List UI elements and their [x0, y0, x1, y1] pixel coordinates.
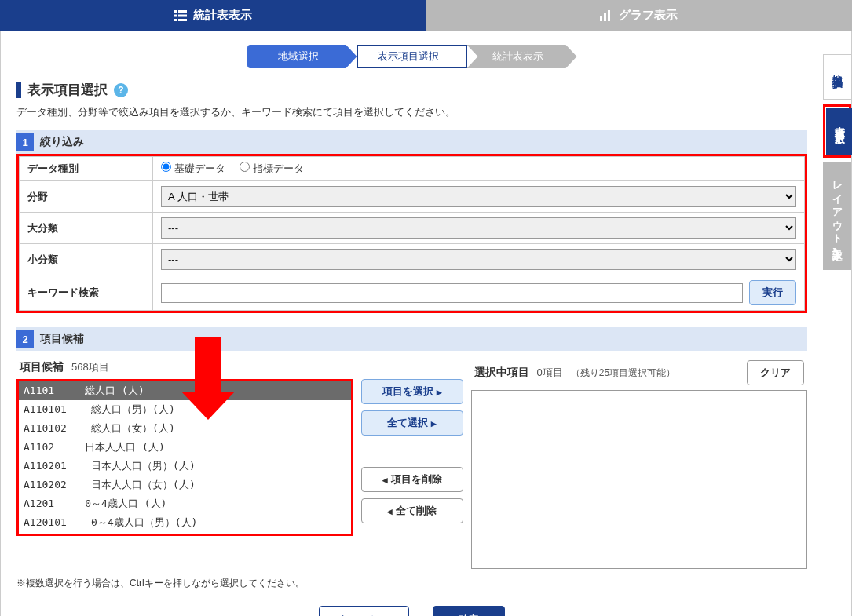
step-region[interactable]: 地域選択 — [247, 45, 357, 68]
select-item-button[interactable]: 項目を選択▸ — [361, 379, 463, 404]
minor-label: 小分類 — [20, 244, 153, 275]
filter-header-label: 絞り込み — [40, 135, 84, 149]
section-title: 表示項目選択 ? — [16, 81, 807, 99]
chevron-right-icon: ▸ — [437, 386, 442, 398]
svg-rect-8 — [608, 10, 610, 21]
svg-rect-3 — [178, 14, 187, 16]
tab-stat-table-label: 統計表表示 — [193, 8, 252, 23]
chevron-left-icon: ◂ — [387, 505, 393, 517]
list-item[interactable]: A1102 日本人人口 (人) — [19, 438, 351, 457]
filter-header-num: 1 — [16, 133, 34, 151]
top-tabs: 統計表表示 グラフ表示 — [0, 0, 852, 31]
remove-all-button[interactable]: ◂全て削除 — [361, 498, 463, 523]
svg-rect-5 — [178, 19, 187, 21]
annotation-arrow-icon — [181, 337, 235, 420]
keyword-label: キーワード検索 — [20, 275, 153, 311]
side-panel-region[interactable]: 地域選択 ❯ — [823, 54, 851, 100]
field-select[interactable]: A 人口・世帯 — [161, 186, 796, 207]
selected-header: 選択中項目 0項目 （残り25項目選択可能） クリア — [471, 355, 808, 390]
cancel-button[interactable]: キャンセル — [319, 606, 409, 616]
field-label: 分野 — [20, 181, 153, 213]
confirm-button[interactable]: 確定 — [433, 606, 505, 616]
instruction-text: データ種別、分野等で絞込み項目を選択するか、キーワード検索にて項目を選択してくだ… — [16, 105, 807, 119]
help-icon[interactable]: ? — [114, 83, 128, 97]
chevron-right-icon: ❯ — [832, 75, 843, 88]
svg-rect-2 — [174, 14, 177, 16]
list-item[interactable]: A120101 0～4歳人口（男）(人) — [19, 513, 351, 532]
page-title: 表示項目選択 — [27, 81, 108, 99]
candidates-header-num: 2 — [16, 330, 34, 348]
tab-stat-table[interactable]: 統計表表示 — [0, 0, 426, 31]
radio-indicator[interactable]: 指標データ — [240, 162, 304, 174]
minor-select[interactable]: --- — [161, 249, 796, 270]
candidates-left-title: 項目候補 — [20, 360, 64, 374]
selected-remain: （残り25項目選択可能） — [571, 366, 675, 380]
side-panels: 地域選択 ❯ 表示項目選択 ❮ レイアウト設定 ❯ — [823, 31, 851, 616]
chevron-left-icon: ◂ — [382, 474, 388, 486]
filter-header: 1 絞り込み — [16, 130, 807, 154]
major-label: 大分類 — [20, 213, 153, 244]
keyword-search-button[interactable]: 実行 — [749, 280, 796, 305]
side-panel-item-highlight: 表示項目選択 ❮ — [823, 104, 851, 158]
step-item[interactable]: 表示項目選択 — [357, 45, 467, 68]
list-item[interactable]: A110202 日本人人口（女）(人) — [19, 476, 351, 494]
candidates-header: 2 項目候補 — [16, 327, 807, 351]
list-item[interactable]: A110201 日本人人口（男）(人) — [19, 457, 351, 476]
list-item[interactable]: A110102 総人口（女）(人) — [19, 419, 351, 438]
title-bar-icon — [16, 82, 21, 98]
clear-button[interactable]: クリア — [747, 360, 804, 385]
major-select[interactable]: --- — [161, 217, 796, 239]
chevron-right-icon: ❯ — [832, 246, 843, 259]
selected-count: 0項目 — [537, 366, 563, 380]
remove-item-button[interactable]: ◂項目を削除 — [361, 467, 463, 492]
list-item[interactable]: A120102 0～4歳人口（女）(人) — [19, 532, 351, 536]
side-panel-item[interactable]: 表示項目選択 ❮ — [826, 108, 852, 155]
svg-rect-7 — [604, 13, 606, 21]
step-table: 統計表表示 — [467, 45, 577, 68]
candidates-left-count: 568項目 — [71, 360, 109, 374]
svg-rect-4 — [174, 19, 177, 21]
list-icon — [174, 10, 187, 21]
filter-box-highlight: データ種別 基礎データ 指標データ 分野 A 人口・世帯 大分類 — [16, 154, 807, 313]
selected-list[interactable] — [471, 390, 808, 569]
chevron-left-icon: ❮ — [834, 131, 845, 144]
radio-basic[interactable]: 基礎データ — [161, 162, 225, 174]
svg-rect-0 — [174, 10, 177, 13]
tab-graph[interactable]: グラフ表示 — [426, 0, 853, 31]
multi-select-note: ※複数選択を行う場合は、Ctrlキーを押しながら選択してください。 — [16, 577, 807, 590]
side-panel-layout[interactable]: レイアウト設定 ❯ — [823, 162, 851, 270]
svg-rect-1 — [178, 10, 187, 13]
select-all-button[interactable]: 全て選択▸ — [361, 410, 463, 436]
svg-rect-6 — [600, 16, 602, 21]
tab-graph-label: グラフ表示 — [619, 8, 678, 23]
selected-title: 選択中項目 — [474, 366, 529, 380]
keyword-input[interactable] — [161, 283, 743, 303]
list-item[interactable]: A1201 0～4歳人口 (人) — [19, 494, 351, 513]
candidates-header-label: 項目候補 — [40, 332, 84, 346]
data-type-label: データ種別 — [20, 157, 153, 181]
bar-chart-icon — [600, 10, 612, 21]
chevron-right-icon: ▸ — [431, 417, 437, 429]
breadcrumb: 地域選択 表示項目選択 統計表表示 — [16, 45, 807, 68]
